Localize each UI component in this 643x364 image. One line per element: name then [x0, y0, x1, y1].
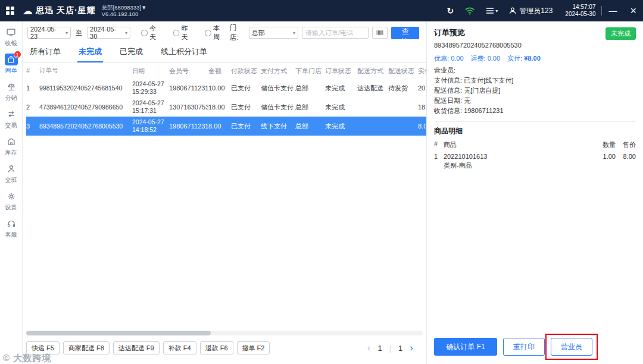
radio-circle-icon	[205, 30, 211, 36]
wifi-icon	[464, 7, 475, 15]
detail-item-row[interactable]: 1 202210101613 类别-商品 1.00 8.00	[434, 153, 636, 170]
filter-bar: 2024-05-23 ▾ 至 2024-05-30 ▾ 今天 昨天 本周 门店:…	[23, 21, 426, 44]
sidebar-item-online-orders[interactable]: 1 网单	[1, 54, 22, 75]
user-icon	[508, 7, 517, 15]
chevron-down-icon: ▾	[125, 30, 127, 36]
notification-badge: 1	[14, 51, 21, 58]
confirm-order-button[interactable]: 确认订单 F1	[434, 338, 497, 356]
sidebar-item-settings[interactable]: 设置	[1, 190, 22, 212]
sidebar-item-cashier[interactable]: 收银	[1, 26, 22, 48]
radio-circle-icon	[141, 30, 148, 36]
user-name: 管理员123	[519, 6, 553, 16]
order-preview-panel: 订单预览 未完成 893489572024052768005530 优惠: 0.…	[426, 21, 643, 364]
orders-table: # 订单号 日期 会员号 金额 付款状态 支付方式 下单门店 订单状态 配送方式…	[26, 63, 426, 136]
sync-icon[interactable]: ↻	[447, 6, 454, 15]
brand-cloud-icon: ☁	[23, 6, 33, 16]
barcode-scan-button[interactable]	[372, 27, 388, 39]
sidebar-item-label: 库存	[5, 149, 17, 157]
pagination: ‹ 1 | 1 ›	[367, 342, 422, 354]
table-row[interactable]: 1 998119532024052745681540 2024-05-2715:…	[26, 79, 426, 98]
dada-delivery-button[interactable]: 达达配送 F9	[113, 341, 160, 354]
order-search-input[interactable]	[302, 27, 369, 39]
table-row-selected[interactable]: 3 893489572024052768005530 2024-05-2714:…	[26, 117, 426, 136]
store-switcher[interactable]: 总部[68098333]▼ V6.46.192.100	[102, 4, 147, 17]
tab-online-points[interactable]: 线上积分订单	[160, 46, 208, 62]
query-button[interactable]: 查询	[391, 27, 419, 39]
sidebar-item-label: 收银	[5, 39, 17, 48]
preview-actions: 确认订单 F1 重打印 营业员	[434, 338, 636, 356]
status-badge: 未完成	[605, 27, 636, 40]
close-button[interactable]: ×	[623, 0, 643, 21]
tab-unfinished[interactable]: 未完成	[77, 46, 103, 62]
table-row[interactable]: 2 473894612024052790986650 2024-05-2715:…	[26, 98, 426, 117]
topbar: ☁ 思迅 天店·星耀 总部[68098333]▼ V6.46.192.100 ↻…	[0, 0, 643, 21]
sidebar-item-label: 设置	[5, 203, 17, 212]
person-icon	[5, 163, 18, 175]
scales-icon	[5, 81, 18, 93]
barcode-icon	[376, 29, 383, 36]
sidebar-item-label: 分销	[5, 94, 17, 102]
cashier-icon	[5, 26, 18, 38]
radio-yesterday[interactable]: 昨天	[173, 24, 194, 42]
merchant-delivery-button[interactable]: 商家配送 F8	[63, 341, 110, 354]
sidebar-item-trade[interactable]: 交易	[1, 108, 22, 130]
order-info-lines: 营业员: 支付信息: 已支付[线下支付] 配送信息: 无[门店自提] 配送日期:…	[434, 65, 636, 116]
reprint-button[interactable]: 重打印	[503, 338, 545, 356]
clerk-button[interactable]: 营业员	[551, 338, 592, 356]
next-page-button[interactable]: ›	[410, 342, 413, 354]
table-header-row: # 订单号 日期 会员号 金额 付款状态 支付方式 下单门店 订单状态 配送方式…	[26, 63, 426, 79]
scrollbar-thumb[interactable]	[26, 331, 211, 335]
chevron-down-icon: ▾	[65, 30, 68, 36]
sidebar-item-shift[interactable]: 交班	[1, 163, 22, 184]
clock: 14:57:07 2024-05-30	[565, 4, 595, 18]
task-list-icon[interactable]: ▾	[486, 7, 498, 14]
app-grid-icon[interactable]	[6, 7, 14, 15]
warehouse-icon	[5, 136, 18, 148]
page-separator: |	[389, 344, 391, 353]
chevron-down-icon: ▾	[495, 8, 498, 14]
sidebar-item-inventory[interactable]: 库存	[1, 136, 22, 157]
supplement-payment-button[interactable]: 补款 F4	[163, 341, 196, 354]
user-menu[interactable]: 管理员123	[508, 6, 553, 16]
date-from-input[interactable]: 2024-05-23 ▾	[27, 27, 71, 39]
radio-this-week[interactable]: 本周	[205, 24, 226, 42]
sidebar-item-service[interactable]: 客服	[1, 218, 22, 239]
delivery-date-line: 配送日期: 无	[434, 96, 636, 106]
sidebar: 收银 1 网单 分销 交易	[0, 21, 23, 364]
detail-header-row: # 商品 数量 售价	[434, 140, 636, 149]
refund-button[interactable]: 退款 F6	[200, 341, 233, 354]
tab-finished[interactable]: 已完成	[118, 46, 144, 62]
watermark: © 大数跨境	[3, 353, 51, 364]
store-select[interactable]: 总部 ▾	[249, 27, 298, 39]
minimize-button[interactable]: —	[602, 0, 623, 21]
time-value: 14:57:07	[565, 4, 595, 11]
sidebar-item-label: 交易	[5, 121, 17, 130]
sidebar-item-label: 网单	[5, 67, 17, 75]
radio-circle-icon	[173, 30, 180, 36]
current-page: 1	[377, 344, 382, 353]
total-pages: 1	[398, 344, 402, 353]
store-info: 总部[68098333]▼	[102, 4, 147, 11]
cancel-order-button[interactable]: 撤单 F2	[237, 341, 270, 354]
order-list-panel: 2024-05-23 ▾ 至 2024-05-30 ▾ 今天 昨天 本周 门店:…	[23, 21, 426, 364]
exchange-arrows-icon	[5, 108, 18, 120]
store-filter-label: 门店:	[230, 23, 245, 43]
horizontal-scrollbar	[26, 331, 423, 335]
prev-page-button[interactable]: ‹	[367, 342, 371, 354]
chevron-down-icon: ▾	[293, 30, 295, 36]
tab-all-orders[interactable]: 所有订单	[29, 46, 62, 62]
app-window: ☁ 思迅 天店·星耀 总部[68098333]▼ V6.46.192.100 ↻…	[0, 0, 643, 364]
sidebar-item-label: 客服	[5, 231, 17, 239]
preview-order-number: 893489572024052768005530	[434, 42, 636, 49]
date-range-separator: 至	[76, 29, 82, 37]
brand-title: 思迅 天店·星耀	[36, 5, 96, 16]
sidebar-item-label: 交班	[5, 176, 17, 184]
amount-summary: 优惠: 0.00 运费: 0.00 实付: ¥8.00	[434, 54, 636, 63]
radio-today[interactable]: 今天	[141, 24, 162, 42]
divider	[434, 121, 636, 122]
product-name: 202210101613 类别-商品	[444, 153, 587, 170]
date-to-input[interactable]: 2024-05-30 ▾	[87, 27, 130, 39]
clerk-line: 营业员:	[434, 65, 636, 76]
order-tabs: 所有订单 未完成 已完成 线上积分订单	[23, 44, 426, 63]
sidebar-item-distribution[interactable]: 分销	[1, 81, 22, 102]
